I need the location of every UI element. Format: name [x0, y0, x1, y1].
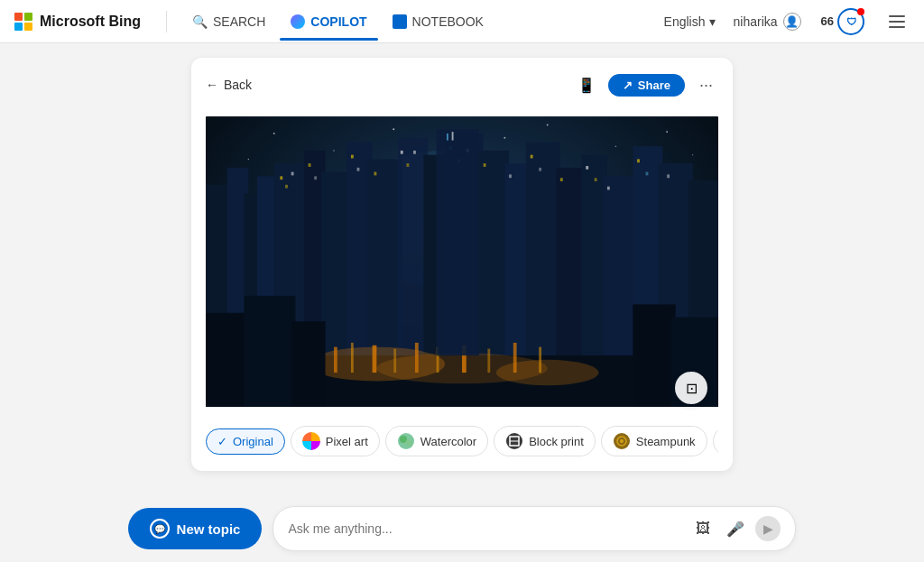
filter-steampunk[interactable]: Steampunk	[601, 426, 707, 456]
watercolor-icon	[397, 432, 415, 450]
search-nav-label: SEARCH	[213, 14, 265, 29]
menu-bar-3	[889, 26, 905, 28]
svg-point-87	[405, 439, 412, 447]
expand-icon: ⊡	[686, 380, 698, 397]
user-account-button[interactable]: niharika 👤	[734, 13, 801, 31]
filter-cla[interactable]: Cl Cla	[713, 426, 718, 456]
filter-block-print[interactable]: Block print	[494, 426, 596, 456]
microphone-button[interactable]: 🎤	[723, 516, 748, 541]
nav-link-search[interactable]: 🔍 SEARCH	[181, 9, 276, 34]
nav-divider	[166, 11, 167, 32]
check-icon: ✓	[217, 435, 227, 448]
share-label: Share	[638, 78, 670, 92]
svg-rect-83	[302, 441, 311, 450]
filter-steampunk-label: Steampunk	[636, 435, 696, 448]
phone-view-button[interactable]: 📱	[574, 72, 599, 97]
nav-link-copilot[interactable]: COPILOT	[280, 9, 377, 34]
nav-link-notebook[interactable]: NOTEBOOK	[382, 9, 494, 34]
hamburger-menu-button[interactable]	[884, 9, 910, 34]
style-filter-bar: ✓ Original Pixel art Watercolor	[206, 426, 718, 456]
filter-original[interactable]: ✓ Original	[206, 428, 285, 455]
back-arrow-icon: ←	[206, 78, 218, 92]
filter-block-print-label: Block print	[529, 435, 584, 448]
steampunk-icon	[613, 432, 631, 450]
top-navigation: Microsoft Bing 🔍 SEARCH COPILOT NOTEBOOK…	[0, 0, 924, 43]
filter-original-label: Original	[233, 435, 273, 448]
nav-right-section: English ▾ niharika 👤 66 🛡	[657, 4, 910, 40]
reward-count: 66	[821, 14, 834, 28]
brand-logo: Microsoft Bing	[14, 13, 141, 31]
bottom-input-area: 💬 New topic 🖼 🎤 ▶	[0, 495, 924, 562]
city-night-image	[206, 108, 718, 415]
svg-rect-84	[311, 441, 320, 450]
main-content-area: ← Back 📱 ↗ Share ···	[0, 43, 924, 562]
menu-bar-1	[889, 15, 905, 17]
microphone-icon: 🎤	[726, 521, 744, 538]
reward-notification-dot	[857, 8, 864, 15]
back-label: Back	[224, 78, 252, 92]
copilot-nav-label: COPILOT	[310, 14, 366, 29]
generated-image-container: ⊡	[206, 108, 718, 415]
new-topic-icon: 💬	[150, 519, 170, 539]
filter-pixel-art-label: Pixel art	[326, 435, 368, 448]
notebook-nav-icon	[393, 14, 407, 29]
filter-pixel-art[interactable]: Pixel art	[291, 426, 380, 456]
card-header: ← Back 📱 ↗ Share ···	[206, 72, 718, 97]
image-input-icon: 🖼	[696, 521, 710, 537]
share-button[interactable]: ↗ Share	[608, 74, 685, 97]
brand-name: Microsoft Bing	[40, 14, 141, 30]
filter-watercolor-label: Watercolor	[420, 435, 476, 448]
language-selector[interactable]: English ▾	[657, 11, 723, 32]
card-actions: 📱 ↗ Share ···	[574, 72, 718, 97]
user-avatar: 👤	[783, 13, 801, 31]
copilot-nav-icon	[291, 14, 305, 29]
new-topic-button[interactable]: 💬 New topic	[128, 508, 263, 549]
pixel-art-icon	[302, 432, 320, 450]
search-nav-icon: 🔍	[192, 14, 208, 29]
language-label: English	[664, 14, 706, 29]
chat-input-bar: 🖼 🎤 ▶	[273, 506, 796, 551]
image-content-card: ← Back 📱 ↗ Share ···	[191, 58, 733, 471]
filter-watercolor[interactable]: Watercolor	[385, 426, 488, 456]
reward-button[interactable]: 66 🛡	[812, 4, 873, 40]
share-icon: ↗	[623, 78, 633, 92]
notebook-nav-label: NOTEBOOK	[412, 14, 484, 29]
more-options-button[interactable]: ···	[694, 74, 718, 97]
svg-point-93	[620, 439, 624, 443]
nav-links: 🔍 SEARCH COPILOT NOTEBOOK	[181, 9, 494, 34]
new-topic-label: New topic	[177, 521, 241, 537]
back-button[interactable]: ← Back	[206, 78, 252, 92]
menu-bar-2	[889, 21, 905, 23]
microsoft-logo	[14, 13, 32, 31]
language-dropdown-icon: ▾	[709, 14, 716, 29]
svg-rect-80	[206, 116, 718, 407]
image-expand-button[interactable]: ⊡	[675, 372, 707, 404]
image-input-button[interactable]: 🖼	[690, 516, 716, 541]
block-print-icon	[505, 432, 523, 450]
phone-icon: 📱	[578, 77, 596, 94]
chat-input-field[interactable]	[288, 521, 681, 536]
svg-rect-82	[311, 432, 320, 441]
svg-rect-81	[302, 432, 311, 441]
chat-input-actions: 🖼 🎤 ▶	[690, 516, 781, 541]
shield-icon: 🛡	[846, 16, 856, 27]
username-label: niharika	[734, 14, 778, 29]
send-icon: ▶	[763, 521, 773, 536]
more-icon: ···	[699, 76, 713, 94]
send-button[interactable]: ▶	[755, 516, 781, 541]
reward-circle: 🛡	[837, 8, 864, 35]
